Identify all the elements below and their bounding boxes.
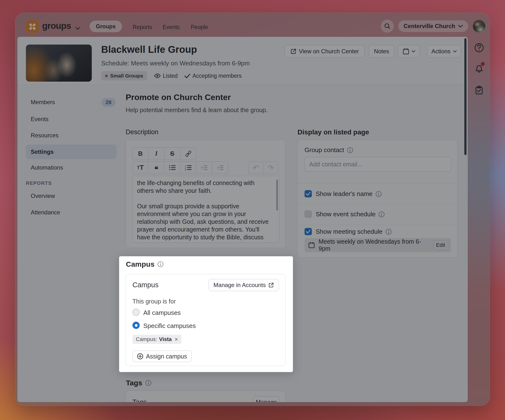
- outdent-icon: [201, 165, 208, 171]
- campus-card-title: Campus: [132, 281, 159, 289]
- manage-tags-button[interactable]: Manage: [253, 396, 280, 402]
- group-type-badge: Small Groups: [101, 71, 147, 80]
- outdent-button[interactable]: [196, 161, 212, 174]
- show-event-schedule-label: Show event schedule: [316, 210, 385, 218]
- members-count-badge: 28: [101, 98, 115, 107]
- edit-meeting-button[interactable]: Edit: [433, 240, 448, 250]
- description-editor[interactable]: the life-changing benefits of connecting…: [132, 176, 279, 243]
- contact-email-input[interactable]: Add contact email...: [305, 157, 451, 171]
- manage-in-accounts-button[interactable]: Manage in Accounts: [208, 279, 279, 291]
- info-icon[interactable]: [145, 380, 152, 386]
- specific-campuses-label: Specific campuses: [143, 322, 196, 330]
- redo-button[interactable]: ↷: [263, 161, 278, 174]
- organization-selector[interactable]: Centerville Church: [398, 20, 468, 32]
- app-window: groups Groups Reports Events People Cent…: [15, 13, 490, 406]
- link-icon: [185, 150, 192, 157]
- calendar-icon: [403, 48, 409, 54]
- bold-button[interactable]: B: [132, 147, 148, 160]
- info-icon[interactable]: [375, 191, 382, 197]
- block-toolbar-group: TT ❝ 1 2 3: [132, 161, 228, 174]
- group-schedule: Schedule: Meets weekly on Wednesdays fro…: [101, 60, 250, 67]
- page-scrollbar[interactable]: [464, 38, 467, 155]
- group-type-dot-icon: [105, 75, 108, 77]
- specific-campuses-radio[interactable]: [132, 322, 140, 329]
- assign-campus-button[interactable]: Assign campus: [132, 350, 192, 362]
- notes-button[interactable]: Notes: [369, 45, 394, 58]
- tags-card-title: Tags: [132, 398, 147, 402]
- groups-app-logo[interactable]: [26, 20, 39, 33]
- sidebar-item-overview[interactable]: Overview: [31, 193, 55, 199]
- campus-question-label: This group is for: [132, 298, 176, 305]
- sidebar-item-events[interactable]: Events: [31, 116, 48, 123]
- clipboard-check-icon: [474, 85, 484, 95]
- groups-logo-icon: [29, 23, 36, 31]
- chevron-down-icon: [458, 25, 463, 28]
- desktop-background: groups Groups Reports Events People Cent…: [0, 0, 505, 420]
- tab-groups[interactable]: Groups: [90, 21, 122, 32]
- actions-button[interactable]: Actions: [427, 45, 461, 58]
- page-subtitle: Help potential members find & learn abou…: [126, 107, 268, 114]
- display-card: Group contact Add contact email... Show …: [298, 140, 458, 258]
- info-icon[interactable]: [157, 261, 164, 267]
- show-event-schedule-checkbox[interactable]: [305, 210, 312, 218]
- group-badges: Small Groups Listed Accepting membe: [101, 71, 242, 80]
- sidebar-item-attendance[interactable]: Attendance: [31, 209, 60, 216]
- info-icon[interactable]: [378, 211, 385, 218]
- view-on-church-center-button[interactable]: View on Church Center: [285, 45, 365, 58]
- search-button[interactable]: [381, 20, 394, 33]
- notification-badge: [481, 62, 485, 66]
- check-icon: [306, 230, 311, 233]
- notifications-button[interactable]: [474, 63, 484, 73]
- campus-chip-prefix: Campus:: [136, 336, 157, 342]
- strikethrough-button[interactable]: S: [164, 147, 180, 160]
- numbered-list-button[interactable]: 1 2 3: [180, 161, 196, 174]
- top-navbar: groups Groups Reports Events People Cent…: [15, 13, 490, 37]
- calendar-icon: [308, 242, 315, 248]
- campus-section-heading: Campus: [126, 260, 164, 268]
- sidebar-reports-heading: REPORTS: [26, 180, 52, 186]
- visibility-badge: Listed: [154, 73, 178, 79]
- user-avatar[interactable]: [473, 20, 485, 32]
- info-icon[interactable]: [347, 147, 353, 153]
- tasks-button[interactable]: [474, 85, 484, 95]
- tags-card: Tags Manage: [126, 391, 286, 402]
- description-card: B I S TT ❝: [126, 140, 286, 248]
- bullet-list-icon: [169, 165, 176, 171]
- description-text-p1: the life-changing benefits of connecting…: [137, 179, 272, 194]
- show-leaders-name-checkbox[interactable]: [305, 190, 312, 197]
- remove-campus-icon[interactable]: ×: [175, 336, 178, 343]
- undo-button[interactable]: ↶: [248, 161, 263, 174]
- bullet-list-button[interactable]: [164, 161, 180, 174]
- organization-name: Centerville Church: [404, 23, 455, 30]
- show-meeting-schedule-label: Show meeting schedule: [316, 228, 392, 235]
- help-button[interactable]: [474, 43, 484, 53]
- display-section-heading: Display on listed page: [298, 128, 369, 136]
- tab-events[interactable]: Events: [163, 24, 180, 31]
- group-title: Blackwell Life Group: [101, 44, 197, 55]
- product-switcher-chevron-icon[interactable]: [75, 27, 80, 31]
- sidebar-item-resources[interactable]: Resources: [31, 132, 59, 139]
- sidebar-item-automations[interactable]: Automations: [31, 164, 63, 171]
- all-campuses-radio[interactable]: [132, 309, 140, 316]
- blockquote-button[interactable]: ❝: [148, 161, 164, 174]
- check-icon: [306, 192, 311, 196]
- italic-button[interactable]: I: [148, 147, 164, 160]
- indent-button[interactable]: [212, 161, 228, 174]
- description-label: Description: [126, 128, 158, 136]
- sidebar-item-settings[interactable]: Settings: [31, 148, 54, 155]
- membership-badge: Accepting members: [184, 73, 242, 79]
- product-name: groups: [42, 21, 71, 31]
- editor-scrollbar[interactable]: [276, 179, 278, 210]
- show-meeting-schedule-checkbox[interactable]: [305, 228, 312, 235]
- tab-people[interactable]: People: [191, 24, 208, 31]
- calendar-dropdown-button[interactable]: [398, 45, 420, 58]
- all-campuses-label: All campuses: [143, 309, 181, 317]
- description-text-p2: Our small groups provide a supportive en…: [137, 202, 272, 243]
- sidebar-item-members[interactable]: Members: [31, 99, 55, 106]
- info-icon[interactable]: [385, 229, 392, 235]
- tab-reports[interactable]: Reports: [133, 24, 152, 31]
- text-size-button[interactable]: TT: [132, 161, 148, 174]
- chevron-down-icon: [453, 50, 457, 53]
- search-icon: [384, 23, 390, 29]
- link-button[interactable]: [180, 147, 196, 160]
